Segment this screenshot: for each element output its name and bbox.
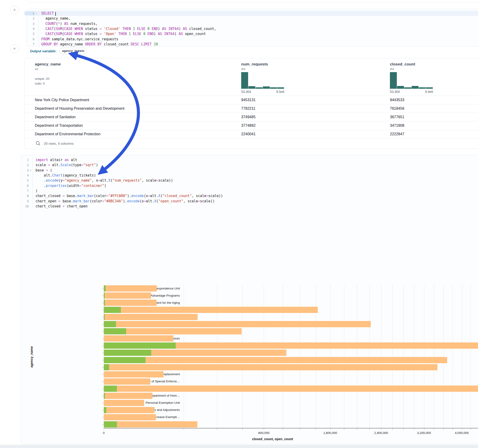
line-number: 4 (27, 27, 35, 31)
python-code-editor[interactable]: 1import altair as alt2scale = alt.Scale(… (21, 157, 478, 209)
line-number: 5 (21, 179, 29, 182)
code-line[interactable]: 6FROM sample_data.nyc.service_requests (27, 36, 478, 42)
code-token (72, 32, 75, 36)
code-token (135, 27, 137, 31)
code-line[interactable]: 9chart_open = base.mark_bar(color="#8BC3… (21, 199, 478, 204)
closed_count-bar (104, 292, 151, 299)
x-tick (217, 428, 217, 430)
code-token: sample_data.nyc.service_requests (50, 37, 118, 41)
x-axis-label: 4,000,000 (455, 431, 469, 435)
add-cell-button-top[interactable]: + (10, 6, 19, 14)
table-cell: 2240041 (241, 132, 256, 136)
code-token: X (158, 194, 160, 198)
histogram-bar (256, 87, 262, 89)
code-token: 1 (133, 27, 135, 31)
gutter-divider (38, 21, 38, 26)
code-token (139, 42, 141, 46)
sql-code-editor[interactable]: 1∨SELECT2 agency_name,3 COUNT(*) AS num_… (27, 11, 478, 47)
code-token: = (106, 194, 108, 198)
line-number: 8 (21, 194, 29, 198)
code-line[interactable]: 4 alt.Chart(agency_tickets) (21, 173, 478, 178)
open_count-bar (104, 407, 106, 413)
code-token: agency_tickets (65, 173, 94, 177)
closed_count-bar (104, 393, 152, 399)
code-line[interactable]: 1∨SELECT (27, 11, 478, 16)
column-header[interactable]: agency_namestrunique: 20nulls: 0 (35, 62, 61, 86)
line-number: 9 (21, 199, 29, 203)
y-tick (102, 424, 104, 424)
collapse-caret-icon[interactable]: ∨ (29, 169, 32, 171)
code-token: scale (208, 194, 219, 198)
code-token: 'Closed' (104, 27, 120, 31)
code-token: ) (96, 163, 98, 167)
line-number: 1 (21, 158, 29, 162)
code-token: . (75, 194, 77, 198)
gutter-divider (38, 36, 38, 42)
code-token: DESC (131, 42, 139, 46)
code-line[interactable]: 1import altair as alt (21, 157, 478, 162)
code-token: chart_open (36, 199, 58, 203)
y-tick (102, 410, 104, 410)
output-variable-pill[interactable]: agency_tickets (60, 48, 87, 54)
code-token: . (152, 199, 154, 203)
gridline (316, 285, 316, 428)
histogram-bar (270, 87, 277, 89)
x-tick (104, 428, 104, 430)
gutter-divider (38, 16, 38, 21)
open_count-bar (104, 393, 105, 399)
histogram-bar (241, 72, 248, 89)
code-token: = (100, 27, 102, 31)
code-token: "open_count" (158, 199, 183, 203)
code-token: THEN (118, 32, 126, 36)
code-token: WHEN (75, 32, 83, 36)
table-row: Department of Sanitation37494853677651 (25, 113, 478, 121)
y-tick (102, 381, 104, 382)
code-line[interactable]: 2scale = alt.Scale(type="sqrt") (21, 162, 478, 168)
column-header[interactable]: num_requestsi64 (241, 62, 268, 71)
code-token: 0 (143, 32, 145, 36)
code-line[interactable]: 5 CAST(SUM(CASE WHEN status = 'Open' THE… (27, 31, 478, 36)
collapse-caret-icon[interactable]: ∨ (35, 12, 38, 15)
histogram-bar (248, 86, 255, 89)
histogram-bar (412, 86, 419, 89)
search-icon[interactable] (36, 141, 41, 146)
code-line[interactable]: 6 .properties(width="container") (21, 183, 478, 188)
code-line[interactable]: 5 .encode(y="agency_name", x=alt.X("num_… (21, 178, 478, 183)
code-token: SELECT (41, 11, 54, 15)
code-line[interactable]: 2 agency_name, (27, 16, 478, 21)
code-token: = (63, 194, 65, 198)
x-tick (424, 428, 424, 430)
code-token: alt (69, 158, 77, 162)
x-tick (434, 428, 434, 430)
gridline (344, 285, 344, 428)
code-token: status (83, 32, 100, 36)
code-line[interactable]: 10chart_closed + chart_open (21, 204, 478, 209)
gridline (471, 285, 471, 428)
code-token: width (69, 184, 79, 188)
code-token: INT64 (168, 27, 179, 31)
code-token: AS (64, 22, 68, 26)
code-token: ( (58, 178, 60, 182)
code-token: properties (46, 184, 67, 188)
code-token: ( (50, 168, 52, 172)
code-line[interactable]: 7GROUP BY agency_name ORDER BY closed_co… (27, 42, 478, 47)
add-cell-button-below-sql[interactable]: + (10, 44, 19, 53)
code-token: )) (211, 199, 215, 203)
table-cell: 2222847 (390, 132, 404, 136)
code-line[interactable]: 4 CAST(SUM(CASE WHEN status = 'Closed' T… (27, 26, 478, 31)
code-line[interactable]: 7) (21, 188, 478, 193)
code-line[interactable]: 3 COUNT(*) AS num_requests, (27, 21, 478, 26)
x-tick (344, 428, 344, 430)
code-token: Scale (60, 163, 71, 167)
code-token: ( (110, 178, 113, 182)
column-header[interactable]: closed_counti64 (390, 62, 415, 71)
code-line[interactable]: 8chart_closed = base.mark_bar(color="#FF… (21, 193, 478, 199)
code-token: base (36, 168, 46, 172)
table-cell: 3774892 (241, 124, 256, 128)
histogram-bar (419, 87, 426, 89)
closed_count-bar (104, 321, 371, 327)
histogram-min-label: 53,304 (390, 90, 400, 93)
code-line[interactable]: 3∨base = ( (21, 168, 478, 173)
code-token (95, 42, 98, 46)
code-token: ) (60, 22, 62, 26)
